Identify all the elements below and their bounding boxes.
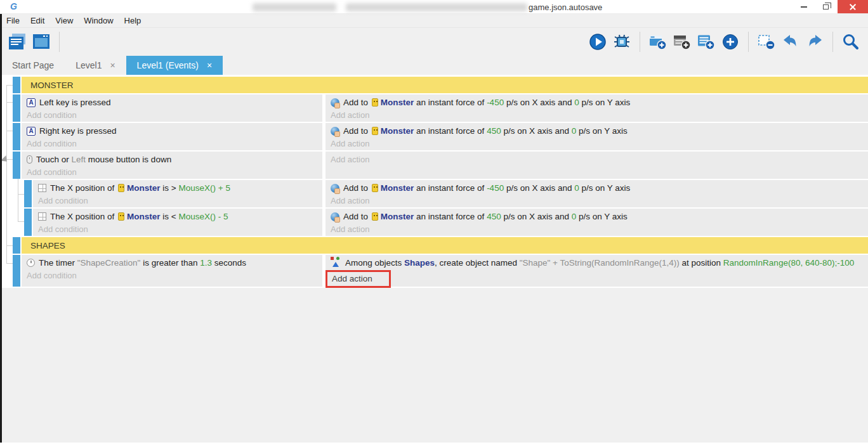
keyboard-key-icon: A [27,127,36,136]
event-rows: MONSTERALeft key is pressedAdd condition… [0,77,868,288]
event-condition[interactable]: ALeft key is pressed [27,96,322,109]
add-action-button[interactable]: Add action [331,224,868,235]
instruction-text: an instant force of [414,212,487,221]
monster-object-icon [372,127,378,135]
group-header[interactable]: SHAPES [22,237,868,254]
close-icon [849,3,857,11]
event-handle[interactable] [13,94,20,122]
event-action[interactable]: Add to Monster an instant force of -450 … [331,96,868,109]
highlighted-placeholder-wrap: Add action [331,269,868,288]
instruction-text: Add to [343,98,371,107]
toolbar [0,28,868,56]
add-condition-button[interactable]: Add condition [27,110,322,121]
undo-button[interactable] [780,32,801,52]
conditions-cell: The timer "ShapeCreation" is greater tha… [22,255,322,287]
add-instruction-icon [721,33,739,51]
scene-editor-button[interactable] [31,32,51,52]
add-comment-button[interactable] [672,32,692,52]
instruction-text: MouseX() + 5 [178,183,230,193]
toolbar-separator [748,32,749,52]
event-action[interactable]: Add to Monster an instant force of 450 p… [331,124,868,138]
project-manager-button[interactable] [7,32,27,52]
redacted-title-text [346,3,527,11]
actions-cell: Among objects Shapes, create object name… [326,255,868,287]
event-condition[interactable]: The X position of Monster is < MouseX() … [38,210,322,223]
event-action[interactable]: Add to Monster an instant force of -450 … [331,181,868,195]
event-handle[interactable] [13,123,20,150]
toolbar-separator [59,32,60,52]
event-action[interactable]: Add to Monster an instant force of 450 p… [331,210,868,223]
tab-close-icon[interactable]: × [110,60,115,70]
search-button[interactable] [841,32,861,52]
event-condition[interactable]: The X position of Monster is > MouseX() … [38,181,322,195]
instruction-text: 0 [572,126,577,136]
monster-object-icon [372,212,378,221]
event-handle[interactable] [13,77,20,93]
monster-object-icon [118,184,124,192]
add-condition-button[interactable]: Add condition [27,167,322,178]
event-condition[interactable]: ARight key is pressed [27,124,322,138]
event-handle[interactable] [24,180,32,207]
gdevelop-logo-icon: G [10,1,17,11]
remove-event-button[interactable] [756,32,777,52]
instruction-text: "ShapeCreation" [77,258,141,268]
actions-cell: Add to Monster an instant force of -450 … [326,180,868,207]
mouse-icon [27,155,32,164]
group-title: MONSTER [30,81,74,90]
add-condition-button[interactable]: Add condition [38,224,322,235]
instruction-text: seconds [212,258,246,268]
play-button[interactable] [588,32,608,52]
add-action-button[interactable]: Add action [331,138,868,150]
event-handle[interactable] [13,255,20,287]
event-cells: Touch or Left mouse button is downAdd co… [22,152,868,179]
group-header-shapes[interactable]: SHAPES [13,237,868,254]
minimize-button[interactable] [794,0,813,13]
tab-label: Level1 [76,60,102,70]
restore-button[interactable] [816,0,835,13]
add-subevent-icon [697,33,715,51]
tab-level1-events-[interactable]: Level1 (Events)× [126,56,223,75]
add-action-button[interactable]: Add action [331,195,868,207]
add-action-button[interactable]: Add action [331,110,868,121]
play-icon [589,33,607,51]
event-condition[interactable]: Touch or Left mouse button is down [27,153,322,166]
event-condition[interactable]: The timer "ShapeCreation" is greater tha… [27,256,322,269]
instruction-text: p/s on Y axis [576,126,628,136]
menu-help[interactable]: Help [124,16,141,25]
add-condition-button[interactable]: Add condition [38,195,322,207]
redo-icon [806,33,824,51]
event-row: ALeft key is pressedAdd conditionAdd to … [13,94,868,122]
add-subevent-button[interactable] [696,32,716,52]
menu-view[interactable]: View [55,16,73,25]
tab-level1[interactable]: Level1× [65,56,126,75]
menu-file[interactable]: File [6,16,20,25]
group-header[interactable]: MONSTER [22,77,868,93]
add-instruction-button[interactable] [720,32,740,52]
instruction-text: Left key is pressed [39,98,111,107]
instruction-text: is [161,212,171,221]
event-action[interactable]: Among objects Shapes, create object name… [331,256,868,269]
event-handle[interactable] [24,209,32,236]
close-button[interactable] [838,0,868,13]
menu-window[interactable]: Window [84,16,113,25]
menu-edit[interactable]: Edit [30,16,44,25]
event-handle[interactable] [13,152,20,179]
group-header-monster[interactable]: MONSTER [13,77,868,93]
create-objects-icon [332,262,339,267]
position-icon [38,212,46,221]
timer-icon [27,259,35,267]
instruction-text: The X position of [50,183,117,193]
add-action-button-highlighted[interactable]: Add action [326,270,391,288]
tab-close-icon[interactable]: × [207,60,212,70]
add-action-button[interactable]: Add action [331,153,868,166]
add-event-button[interactable] [648,32,668,52]
redo-button[interactable] [805,32,825,52]
add-condition-button[interactable]: Add condition [27,138,322,150]
debug-button[interactable] [612,32,632,52]
event-handle[interactable] [13,237,20,254]
add-condition-button[interactable]: Add condition [27,270,322,282]
search-icon [842,33,860,51]
tab-start-page[interactable]: Start Page [1,56,65,75]
instruction-text: Among objects [345,258,404,268]
object-name: Monster [371,98,414,107]
